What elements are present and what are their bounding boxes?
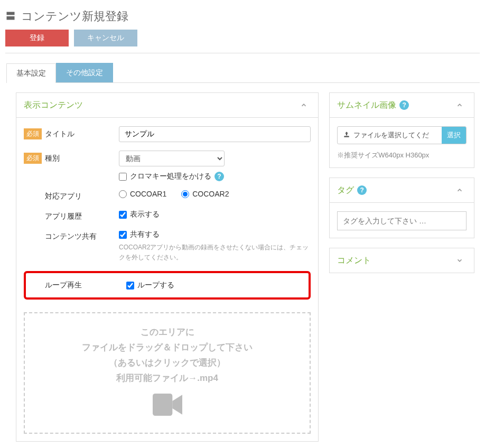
type-select[interactable]: 動画: [119, 151, 225, 166]
share-label: コンテンツ共有: [45, 232, 97, 241]
cancel-button[interactable]: キャンセル: [74, 30, 137, 46]
title-input[interactable]: [119, 126, 311, 142]
svg-rect-3: [344, 136, 349, 137]
thumbnail-panel: サムネイル画像 ? ファイルを選択してくだ: [329, 92, 474, 168]
loop-row-highlight: ループ再生 ループする: [24, 271, 311, 300]
loop-checkbox-label[interactable]: ループする: [126, 281, 303, 290]
app-label: 対応アプリ: [45, 192, 82, 201]
stack-icon: [5, 11, 16, 23]
chroma-checkbox[interactable]: [119, 173, 127, 181]
svg-rect-1: [7, 16, 15, 20]
comment-panel-title: コメント: [337, 255, 371, 266]
page-title-row: コンテンツ新規登録: [5, 8, 480, 24]
expand-button[interactable]: [453, 254, 467, 267]
collapse-button[interactable]: [297, 98, 311, 112]
loop-label: ループ再生: [45, 281, 82, 290]
upload-label-text: ファイルを選択してくだ: [353, 130, 429, 140]
help-icon[interactable]: ?: [399, 100, 409, 110]
tabs: 基本設定 その他設定: [6, 63, 480, 83]
dropzone-line2: ファイルをドラッグ＆ドロップして下さい: [30, 340, 304, 356]
tag-input[interactable]: [337, 211, 467, 230]
collapse-button[interactable]: [453, 98, 467, 112]
page-title: コンテンツ新規登録: [21, 8, 128, 24]
panel-title-display: 表示コンテンツ: [24, 100, 83, 111]
required-badge: 必須: [24, 128, 42, 139]
upload-icon: [343, 131, 350, 140]
app-radio-1[interactable]: COCOAR1: [119, 190, 166, 198]
register-button[interactable]: 登録: [5, 30, 69, 46]
file-dropzone[interactable]: このエリアに ファイルをドラッグ＆ドロップして下さい （あるいはクリックで選択）…: [24, 312, 311, 433]
display-content-panel: 表示コンテンツ 必須 タイトル: [16, 92, 319, 442]
svg-rect-0: [7, 12, 15, 15]
app-radio-2[interactable]: COCOAR2: [181, 190, 229, 198]
tag-panel-title: タグ: [337, 185, 354, 196]
help-icon[interactable]: ?: [214, 172, 224, 181]
share-note: COCOAR2アプリから動画の録画をさせたくない場合には、チェックを外してくださ…: [119, 242, 311, 263]
thumbnail-upload[interactable]: ファイルを選択してくだ 選択: [337, 126, 467, 144]
loop-checkbox[interactable]: [126, 282, 134, 290]
comment-panel: コメント: [329, 248, 474, 273]
history-checkbox-label[interactable]: 表示する: [119, 210, 311, 219]
video-icon: [30, 394, 304, 421]
dropzone-line3: （あるいはクリックで選択）: [30, 356, 304, 371]
thumbnail-size-note: ※推奨サイズW640px H360px: [337, 151, 467, 160]
tab-other[interactable]: その他設定: [56, 63, 113, 82]
svg-rect-2: [153, 394, 172, 416]
dropzone-line4: 利用可能ファイル→.mp4: [30, 371, 304, 386]
share-checkbox-label[interactable]: 共有する: [119, 230, 311, 239]
required-badge: 必須: [24, 153, 42, 164]
tab-basic[interactable]: 基本設定: [6, 63, 56, 83]
tag-panel: タグ ?: [329, 178, 474, 238]
share-checkbox[interactable]: [119, 231, 127, 239]
title-label: タイトル: [45, 129, 74, 139]
history-label: アプリ履歴: [45, 212, 82, 221]
thumbnail-panel-title: サムネイル画像: [337, 100, 396, 111]
collapse-button[interactable]: [453, 183, 467, 197]
upload-select-button[interactable]: 選択: [442, 127, 466, 144]
history-checkbox[interactable]: [119, 211, 127, 219]
dropzone-line1: このエリアに: [30, 325, 304, 340]
type-label: 種別: [45, 154, 60, 163]
help-icon[interactable]: ?: [357, 185, 367, 195]
chroma-label: クロマキー処理をかける: [130, 172, 211, 181]
